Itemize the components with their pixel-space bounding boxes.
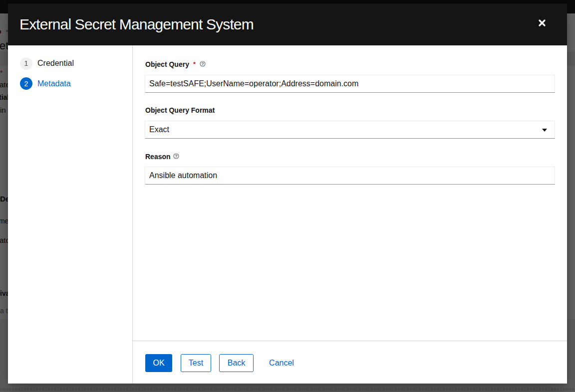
svg-text:?: ? bbox=[175, 154, 177, 159]
svg-text:?: ? bbox=[201, 61, 204, 66]
